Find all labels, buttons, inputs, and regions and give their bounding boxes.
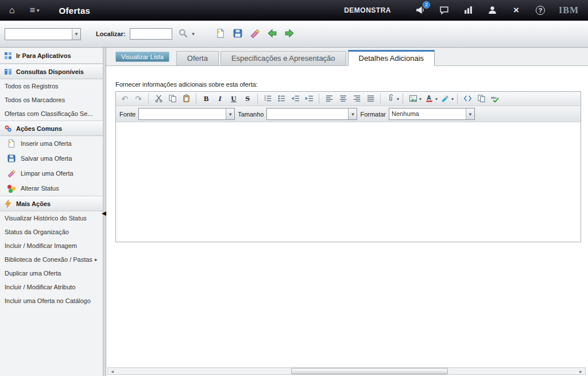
- align-right-icon: [353, 94, 361, 104]
- sidebar-item-ir-para-aplicativos[interactable]: Ir Para Aplicativos: [0, 48, 103, 64]
- highlight-caret[interactable]: ▾: [451, 96, 454, 102]
- close-button[interactable]: ×: [510, 5, 522, 16]
- bullet-list-button[interactable]: [275, 93, 288, 104]
- outdent-button[interactable]: [289, 93, 301, 104]
- sidebar-item-incluir-modificar-atributo[interactable]: Incluir / Modificar Atributo: [0, 280, 103, 294]
- sidebar-item-label: Incluir uma Oferta no Catálogo: [5, 297, 91, 304]
- next-record-button[interactable]: [283, 28, 296, 40]
- sidebar-item-label: Todos os Marcadores: [5, 96, 65, 103]
- sidebar-section-title: Mais Ações: [16, 200, 51, 207]
- chat-bubble-icon: [439, 5, 449, 16]
- sidebar-item-limpar-oferta[interactable]: Limpar uma Oferta: [0, 166, 103, 181]
- home-button[interactable]: ⌂: [6, 4, 18, 17]
- format-dropdown[interactable]: Nenhuma ▾: [389, 108, 475, 120]
- bold-icon: B: [204, 94, 209, 103]
- close-icon: ×: [513, 5, 519, 16]
- size-dropdown[interactable]: ▾: [266, 108, 357, 120]
- highlight-button[interactable]: [439, 93, 451, 104]
- sidebar-item-biblioteca-conexao-pastas[interactable]: Biblioteca de Conexão / Pastas ▸: [0, 253, 103, 266]
- paste-button[interactable]: [180, 93, 192, 104]
- svg-text:2: 2: [264, 98, 265, 101]
- save-icon: [7, 154, 16, 163]
- indent-button[interactable]: [303, 93, 315, 104]
- attach-link-caret[interactable]: ▾: [397, 96, 399, 102]
- scrollbar-track[interactable]: [117, 368, 577, 374]
- attach-link-button[interactable]: [384, 93, 397, 104]
- redo-icon: ↷: [135, 94, 142, 103]
- sidebar-item-visualizar-historico-status[interactable]: Visualizar Histórico do Status: [0, 211, 103, 225]
- sidebar-item-alterar-status[interactable]: Alterar Status: [0, 181, 103, 196]
- align-center-button[interactable]: [336, 93, 349, 104]
- align-left-button[interactable]: [323, 93, 335, 104]
- sidebar-item-incluir-modificar-imagem[interactable]: Incluir / Modificar Imagem: [0, 239, 103, 253]
- sidebar-item-ofertas-classificacao[interactable]: Ofertas com Classificação Se...: [0, 107, 103, 121]
- sidebar-item-todos-os-registros[interactable]: Todos os Registros: [0, 79, 103, 93]
- help-button[interactable]: ?: [535, 5, 546, 16]
- bar-chart-icon: [463, 5, 473, 16]
- align-left-icon: [325, 94, 334, 104]
- italic-button[interactable]: I: [214, 93, 226, 104]
- tab-especificacoes-apresentacao[interactable]: Especificações e Apresentação: [220, 51, 346, 65]
- insert-image-button[interactable]: [407, 93, 419, 104]
- undo-button[interactable]: ↶: [118, 93, 131, 104]
- search-options-caret[interactable]: ▾: [192, 31, 195, 37]
- text-color-button[interactable]: A: [423, 93, 435, 104]
- italic-icon: I: [218, 94, 221, 103]
- text-color-icon: A: [425, 94, 434, 104]
- chevron-down-icon[interactable]: ▾: [466, 108, 474, 119]
- spellcheck-icon: abc: [491, 94, 500, 104]
- context-dropdown[interactable]: ▾: [5, 28, 81, 40]
- horizontal-scrollbar: ◂ ▸: [107, 367, 586, 375]
- align-right-button[interactable]: [350, 93, 363, 104]
- search-button[interactable]: [177, 28, 189, 40]
- underline-button[interactable]: U: [227, 93, 240, 104]
- copy-content-button[interactable]: [475, 93, 488, 104]
- sidebar-item-salvar-oferta[interactable]: Salvar uma Oferta: [0, 151, 103, 166]
- font-dropdown[interactable]: ▾: [138, 108, 235, 120]
- undo-icon: ↶: [121, 94, 128, 103]
- view-source-button[interactable]: [461, 93, 474, 104]
- format-label: Formatar: [360, 111, 386, 118]
- chevron-down-icon[interactable]: ▾: [348, 108, 357, 119]
- scroll-right-button[interactable]: ▸: [577, 368, 585, 374]
- editor-content[interactable]: [116, 122, 581, 242]
- sidebar-item-incluir-oferta-catalogo[interactable]: Incluir uma Oferta no Catálogo: [0, 294, 103, 308]
- new-record-button[interactable]: [214, 28, 227, 40]
- numbered-list-button[interactable]: 12: [261, 93, 274, 104]
- align-justify-button[interactable]: [364, 93, 377, 104]
- clear-record-button[interactable]: [249, 28, 261, 40]
- localizar-input[interactable]: [130, 28, 172, 40]
- announcements-button[interactable]: 2: [414, 5, 425, 16]
- chevron-down-icon[interactable]: ▾: [226, 108, 234, 119]
- tab-detalhes-adicionais[interactable]: Detalhes Adicionais: [348, 50, 435, 66]
- insert-image-caret[interactable]: ▾: [419, 96, 421, 102]
- scroll-left-button[interactable]: ◂: [108, 368, 117, 374]
- indent-icon: [305, 94, 314, 104]
- sidebar-item-label: Incluir / Modificar Atributo: [5, 284, 76, 290]
- chevron-down-icon[interactable]: ▾: [72, 29, 80, 40]
- tab-strip: Visualizar Lista Oferta Especificações e…: [106, 48, 588, 66]
- previous-record-button[interactable]: [266, 28, 278, 40]
- sidebar-item-duplicar-oferta[interactable]: Duplicar uma Oferta: [0, 266, 103, 280]
- sidebar-item-label: Status da Organização: [5, 228, 69, 235]
- app-menu-button[interactable]: ≡ ▾: [26, 4, 43, 17]
- tab-oferta[interactable]: Oferta: [176, 51, 219, 65]
- font-label: Fonte: [119, 111, 136, 118]
- visualizar-lista-button[interactable]: Visualizar Lista: [115, 52, 169, 62]
- copy-button[interactable]: [166, 93, 179, 104]
- spellcheck-button[interactable]: abc: [489, 93, 501, 104]
- bold-button[interactable]: B: [200, 93, 212, 104]
- save-record-button[interactable]: [231, 28, 244, 40]
- strikethrough-button[interactable]: S: [241, 93, 254, 104]
- outdent-icon: [291, 94, 300, 104]
- sidebar-item-status-da-organizacao[interactable]: Status da Organização: [0, 225, 103, 239]
- cut-button[interactable]: [152, 93, 165, 104]
- scrollbar-thumb[interactable]: [291, 368, 447, 374]
- sidebar-item-todos-os-marcadores[interactable]: Todos os Marcadores: [0, 93, 103, 107]
- messages-button[interactable]: [438, 5, 450, 16]
- text-color-caret[interactable]: ▾: [435, 96, 438, 102]
- sidebar-item-inserir-oferta[interactable]: Inserir uma Oferta: [0, 136, 103, 151]
- reports-button[interactable]: [462, 5, 474, 16]
- profile-button[interactable]: [486, 5, 498, 16]
- redo-button[interactable]: ↷: [132, 93, 145, 104]
